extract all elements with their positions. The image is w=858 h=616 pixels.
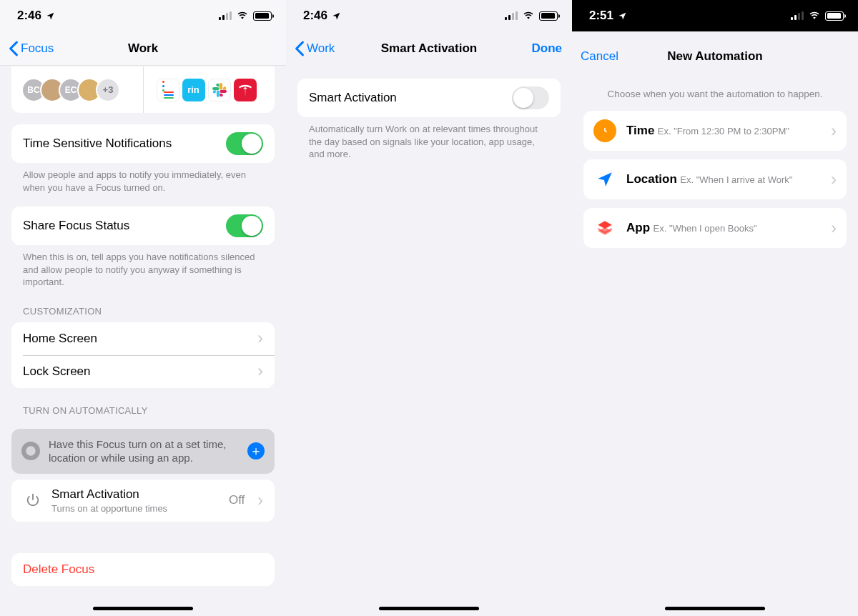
- share-status-toggle[interactable]: [226, 214, 263, 237]
- delete-focus-row[interactable]: Delete Focus: [11, 553, 275, 586]
- customization-header: Customization: [0, 289, 286, 322]
- add-automation-row[interactable]: Have this Focus turn on at a set time, l…: [11, 429, 275, 474]
- row-label: Time Sensitive Notifications: [23, 136, 226, 151]
- status-time: 2:46: [17, 9, 41, 23]
- app-icon-slack: [208, 79, 231, 101]
- smart-activation-toggle-group: Smart Activation: [297, 79, 561, 117]
- plus-icon[interactable]: ＋: [247, 442, 265, 459]
- chevron-right-icon: ›: [257, 330, 263, 347]
- chevron-right-icon: ›: [831, 121, 837, 141]
- row-label: Share Focus Status: [23, 219, 226, 233]
- app-icon-tesla: [234, 79, 257, 101]
- time-sensitive-group: Time Sensitive Notifications: [11, 124, 275, 163]
- smart-activation-toggle-row[interactable]: Smart Activation: [297, 79, 561, 117]
- sheet-nav: Cancel New Automation: [572, 37, 858, 76]
- allowed-people-apps[interactable]: BC EC +3 rin: [11, 66, 275, 113]
- nav-bar: Focus Work: [0, 31, 286, 66]
- wifi-icon: [808, 11, 821, 21]
- smart-activation-footer: Automatically turn Work on at relevant t…: [286, 117, 572, 161]
- delete-focus-group: Delete Focus: [11, 553, 275, 586]
- row-title: Smart Activation: [51, 487, 220, 502]
- chevron-right-icon: ›: [831, 170, 837, 189]
- chevron-left-icon: [9, 41, 19, 56]
- battery-icon: [253, 11, 272, 21]
- screen-work-focus: 2:46 Focus Work BC EC +3: [0, 0, 286, 616]
- add-automation-text: Have this Focus turn on at a set time, l…: [49, 437, 239, 465]
- row-value: Off: [229, 493, 245, 507]
- location-fill-icon: [618, 11, 627, 21]
- delete-label: Delete Focus: [23, 562, 263, 577]
- app-icon-ring: rin: [182, 79, 205, 101]
- option-title: Location: [626, 172, 677, 186]
- status-bar: 2:46: [0, 0, 286, 31]
- avatar-more: +3: [96, 78, 120, 102]
- clock-icon: [593, 119, 616, 142]
- home-indicator[interactable]: [379, 607, 479, 610]
- cellular-icon: [219, 11, 232, 20]
- time-sensitive-row[interactable]: Time Sensitive Notifications: [11, 124, 275, 163]
- status-time: 2:51: [589, 9, 613, 23]
- app-stack-icon: [593, 217, 616, 239]
- time-sensitive-footer: Allow people and apps to notify you imme…: [0, 163, 286, 194]
- automation-option-app[interactable]: App Ex. "When I open Books" ›: [583, 208, 847, 248]
- allowed-people[interactable]: BC EC +3: [11, 66, 143, 113]
- auto-header: Turn On Automatically: [0, 388, 286, 422]
- back-button[interactable]: Focus: [9, 41, 54, 56]
- status-bar: 2:51: [572, 0, 858, 31]
- chevron-left-icon: [295, 41, 305, 56]
- share-status-footer: When this is on, tell apps you have noti…: [0, 245, 286, 289]
- chevron-right-icon: ›: [257, 492, 263, 509]
- option-subtitle: Ex. "When I arrive at Work": [680, 174, 792, 185]
- back-label: Work: [307, 41, 335, 56]
- screen-smart-activation: 2:46 Work Smart Activation Done Smart Ac…: [286, 0, 572, 616]
- power-icon: [23, 492, 43, 508]
- battery-icon: [825, 11, 844, 21]
- share-status-group: Share Focus Status: [11, 207, 275, 245]
- nav-bar: Work Smart Activation Done: [286, 31, 572, 66]
- cellular-icon: [791, 11, 804, 20]
- time-sensitive-toggle[interactable]: [226, 132, 263, 155]
- scroll-content: Smart Activation Automatically turn Work…: [286, 66, 572, 616]
- cancel-button[interactable]: Cancel: [581, 49, 618, 64]
- option-title: App: [626, 221, 650, 234]
- customization-group: Home Screen › Lock Screen ›: [11, 322, 275, 388]
- back-button[interactable]: Work: [295, 41, 335, 56]
- automation-option-time[interactable]: Time Ex. "From 12:30 PM to 2:30PM" ›: [583, 111, 847, 151]
- battery-icon: [539, 11, 558, 21]
- status-time: 2:46: [303, 9, 327, 23]
- smart-activation-toggle[interactable]: [512, 86, 549, 109]
- allowed-apps[interactable]: rin: [143, 66, 275, 113]
- smart-activation-row[interactable]: Smart Activation Turns on at opportune t…: [11, 480, 275, 522]
- chevron-right-icon: ›: [257, 363, 263, 379]
- back-label: Focus: [21, 41, 54, 56]
- option-subtitle: Ex. "From 12:30 PM to 2:30PM": [658, 126, 789, 136]
- clock-fill-icon: [21, 442, 40, 460]
- row-label: Lock Screen: [23, 364, 253, 379]
- share-status-row[interactable]: Share Focus Status: [11, 207, 275, 245]
- location-arrow-icon: [593, 168, 616, 191]
- location-icon: [332, 11, 341, 21]
- row-label: Smart Activation: [309, 91, 512, 105]
- home-indicator[interactable]: [93, 607, 193, 610]
- wifi-icon: [236, 11, 249, 21]
- wifi-icon: [522, 11, 535, 21]
- cellular-icon: [505, 11, 518, 20]
- sheet-prompt: Choose when you want the automation to h…: [572, 76, 858, 111]
- scroll-content: BC EC +3 rin: [0, 66, 286, 616]
- lock-screen-row[interactable]: Lock Screen ›: [11, 355, 275, 388]
- automation-option-location[interactable]: Location Ex. "When I arrive at Work" ›: [583, 159, 847, 199]
- location-icon: [46, 11, 55, 21]
- status-bar: 2:46: [286, 0, 572, 31]
- home-screen-row[interactable]: Home Screen ›: [11, 322, 275, 355]
- row-subtitle: Turns on at opportune times: [51, 503, 220, 514]
- done-button[interactable]: Done: [532, 41, 563, 56]
- chevron-right-icon: ›: [831, 219, 837, 238]
- smart-activation-group: Smart Activation Turns on at opportune t…: [11, 480, 275, 522]
- row-label: Home Screen: [23, 332, 253, 346]
- option-subtitle: Ex. "When I open Books": [654, 223, 757, 234]
- modal-sheet: Cancel New Automation Choose when you wa…: [572, 37, 858, 616]
- home-indicator[interactable]: [665, 607, 765, 610]
- screen-new-automation: 2:51 Cancel New Automation Choose when y…: [572, 0, 858, 616]
- app-icon-calendar: [157, 79, 179, 101]
- option-title: Time: [626, 124, 654, 137]
